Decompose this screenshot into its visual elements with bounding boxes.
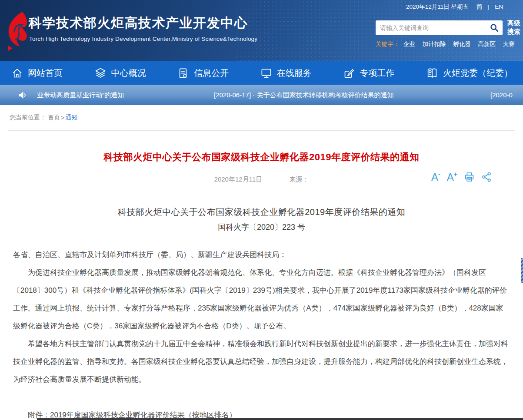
topbar: 2020年12月11日 星期五 简 | EN [406, 3, 503, 11]
publish-date: 2020年12月11日 [214, 175, 263, 183]
font-decrease-sign: - [438, 171, 440, 177]
nav-item-overview[interactable]: 中心概况 [94, 67, 146, 79]
lang-simplified-link[interactable]: 简 [476, 3, 483, 10]
article-toolbar: A- A+ [431, 172, 492, 182]
nav-label: 网站首页 [28, 67, 63, 79]
keyword-link-enterprise[interactable]: 企业 [403, 41, 415, 47]
document-title: 科技部火炬中心关于公布国家级科技企业孵化器2019年度评价结果的通知 [13, 206, 510, 218]
nav-label: 专项工作 [360, 67, 394, 79]
document-number: 国科火字〔2020〕223 号 [13, 222, 510, 232]
keywords-label: 关键字： [376, 41, 399, 47]
breadcrumb-home-link[interactable]: 首页 [48, 114, 60, 122]
lang-divider: | [488, 3, 490, 10]
announcement-ticker: 业带动高质量就业行动”的通知 [2020-06-17] · 关于公布国家技术转移… [0, 85, 523, 105]
site-subtitle: Torch High Technology Industry Developme… [29, 36, 257, 42]
salutation: 各省、自治区、直辖市及计划单列市科技厅（委、局）、新疆生产建设兵团科技局： [13, 246, 510, 264]
search-input[interactable] [376, 24, 486, 31]
monitor-icon [260, 67, 272, 79]
source-label: 来源： [289, 175, 309, 183]
paragraph-2: 希望各地方科技主管部门认真贯彻党的十九届五中全会精神，精准领会和践行新时代对科技… [13, 335, 510, 388]
nav-item-home[interactable]: 网站首页 [11, 67, 63, 79]
page: 2020年12月11日 星期五 简 | EN 科学技术部火炬高技术产业开发中心 … [0, 0, 523, 420]
article-body-container: 科技部火炬中心关于公布国家级科技企业孵化器2019年度评价结果的通知 国科火字〔… [8, 194, 515, 420]
article-container: 科技部火炬中心关于公布国家级科技企业孵化器2019年度评价结果的通知 2020年… [8, 130, 515, 420]
article-body: 各省、自治区、直辖市及计划单列市科技厅（委、局）、新疆生产建设兵团科技局： 为促… [13, 246, 510, 420]
print-button[interactable] [464, 172, 475, 182]
paragraph-1: 为促进科技企业孵化器高质量发展，推动国家级孵化器朝着规范化、体系化、专业化方向迈… [13, 264, 510, 335]
search-button[interactable] [486, 20, 503, 35]
keyword-link-hightech-zone[interactable]: 高新区 [478, 41, 496, 47]
ticker-item[interactable]: [2020-06-17] · 关于公布国家技术转移机构考核评价结果的通知 [214, 91, 393, 99]
home-icon [11, 67, 23, 79]
breadcrumb-current-link[interactable]: 通知 [65, 114, 77, 122]
book-icon [426, 67, 438, 79]
share-icon [481, 172, 492, 182]
ticker-item[interactable]: [2020-0 [490, 91, 513, 99]
main-nav: 网站首页 中心概况 信息公开 在线服务 专项工作 [0, 61, 523, 85]
breadcrumb-separator: > [61, 114, 64, 121]
nav-label: 信息公开 [194, 67, 229, 79]
font-increase-button[interactable]: A+ [447, 172, 457, 182]
keyword-link-competition[interactable]: 大赛 [503, 41, 515, 47]
nav-label: 火炬党委（纪委） [443, 67, 513, 79]
print-icon [464, 172, 475, 182]
site-title: 科学技术部火炬高技术产业开发中心 [29, 14, 248, 32]
page-title: 科技部火炬中心关于公布国家级科技企业孵化器2019年度评价结果的通知 [8, 151, 515, 164]
font-decrease-button[interactable]: A- [431, 172, 440, 182]
floating-side-widget[interactable] [521, 258, 523, 283]
search-icon [490, 23, 499, 33]
bottom-edge-bar [37, 418, 523, 420]
font-increase-letter: A [447, 172, 454, 182]
torch-logo-icon [6, 11, 28, 51]
advanced-search-button[interactable]: 高级搜索 [507, 19, 522, 36]
nav-item-info-disclosure[interactable]: 信息公开 [177, 67, 229, 79]
lang-english-link[interactable]: EN [495, 3, 503, 10]
keyword-link-deduction[interactable]: 加计扣除 [423, 41, 446, 47]
layers-icon [94, 67, 107, 79]
pen-icon [343, 67, 355, 79]
nav-item-party-committee[interactable]: 火炬党委（纪委） [426, 67, 513, 79]
keyword-link-incubator[interactable]: 孵化器 [453, 41, 471, 47]
search-box [376, 20, 503, 35]
speaker-icon [17, 90, 28, 100]
font-decrease-letter: A [431, 172, 438, 182]
nav-item-online-services[interactable]: 在线服务 [260, 67, 312, 79]
breadcrumb: 您当前位置： 首页 > 通知 [0, 105, 523, 130]
share-button[interactable] [481, 172, 492, 182]
nav-item-special-projects[interactable]: 专项工作 [343, 67, 394, 79]
hot-keywords: 关键字： 企业 加计扣除 孵化器 高新区 大赛 [376, 40, 520, 48]
breadcrumb-label: 您当前位置： [10, 114, 46, 122]
font-increase-sign: + [454, 171, 457, 177]
ticker-item[interactable]: 业带动高质量就业行动”的通知 [37, 91, 124, 99]
current-date: 2020年12月11日 星期五 [406, 3, 469, 10]
nav-label: 在线服务 [277, 67, 312, 79]
nav-label: 中心概况 [111, 67, 146, 79]
document-icon [177, 67, 189, 79]
site-header: 2020年12月11日 星期五 简 | EN 科学技术部火炬高技术产业开发中心 … [0, 0, 523, 61]
